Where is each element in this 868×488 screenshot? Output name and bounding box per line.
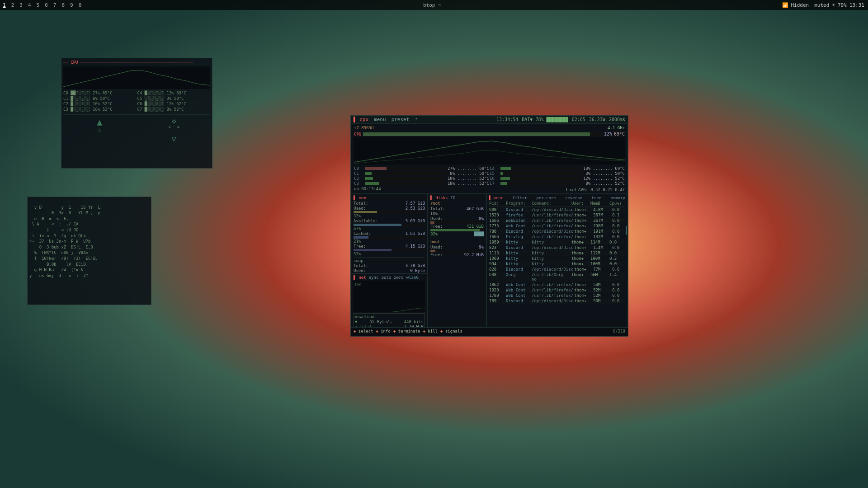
proc-col-cmd: Command: [532,201,571,206]
proc-col-cpu: Cpu%↑ [609,201,625,206]
footer-info[interactable]: ◈ info [376,329,391,333]
download-speed: 55 Byte/s [370,319,392,324]
core-row-c3: C3 18% ........ 52°C [354,181,489,186]
proc-filter-btn[interactable]: filter [512,196,527,200]
taskbar: 1 2 3 4 5 6 7 8 9 0 btop ~ 📶 Hidden mute… [0,0,868,10]
workspace-7[interactable]: 7 [52,2,57,8]
workspace-3[interactable]: 3 [19,2,24,8]
load-avg: Load AVG: 0.52 0.75 0.47 [566,188,625,192]
ghost-window-text: v D y 1 1S!fr L - 0 3> 0 YL M ; p e B = … [27,197,151,305]
core-row-c7: C7 8% ........ 52°C [490,181,625,186]
btop-load: 36.23W [589,117,605,122]
footer-select[interactable]: ◈ select [354,329,373,333]
workspace-4[interactable]: 4 [27,2,32,8]
core-row-c4: C4 13% ........ 69°C [490,166,625,171]
footer-terminate[interactable]: ◈ terminate [393,329,420,333]
workspace-2[interactable]: 2 [10,2,15,8]
wifi-icon: 📶 [782,2,788,8]
btop-time: 13:34:54 [496,117,518,122]
cpu-overall-temp: 69°C [614,131,625,136]
clock: 13:31 [849,2,864,8]
footer-signals[interactable]: ◈ signals [440,329,462,333]
proc-count: 0/218 [613,329,625,333]
btop-tab-menu[interactable]: menu [374,117,386,122]
core-row-c6: C6 12% ........ 52°C [490,176,625,181]
core-row-c1: C1 8% ........ 50°C [354,171,489,176]
mem-title: mem [359,196,366,200]
core-row-c5: C5 3% ........ 50°C [490,171,625,176]
mem-panel: ▌mem Total:7.57 GiB Used:2.53 GiB 33% Av… [351,194,428,273]
net-stats: download ▼ 55 Byte/s 440 bits ▲ Total: 2… [354,313,425,328]
taskbar-status: 📶 Hidden muted ☀ 79% 13:31 [782,2,868,8]
btop-titlebar: ▌ cpu menu preset * 13:34:54 BAT▼ 78% ██… [351,116,628,124]
workspace-list: 1 2 3 4 5 6 7 8 9 0 [0,2,82,8]
tab-indicator: ▌ [354,117,357,122]
net-graph: 10K 10K [354,281,425,312]
proc-table-body: 900Discord/opt/discord/Discthom+418M0.0 … [489,207,625,304]
workspace-1[interactable]: 1 [2,2,7,8]
wifi-status: Hidden [791,2,809,8]
proc-percore-btn[interactable]: per-core [536,196,556,200]
footer-kill[interactable]: ◈ kill [423,329,438,333]
brightness-icon: ☀ [832,2,835,8]
cpu-overall-pct: 12% [604,131,612,136]
net-zero[interactable]: zero [394,275,404,280]
net-interface: wlan0 [406,275,419,280]
btop-window[interactable]: ▌ cpu menu preset * 13:34:54 BAT▼ 78% ██… [350,115,628,337]
btop-uptime: 02:05 [572,117,585,122]
btop-tab-preset[interactable]: preset [392,117,410,122]
proc-tree-btn[interactable]: tree [591,196,601,200]
workspace-9[interactable]: 9 [69,2,74,8]
taskbar-title: btop ~ [82,2,782,8]
net-sync[interactable]: sync [369,275,379,280]
svg-rect-1 [354,281,425,312]
proc-reverse-btn[interactable]: reverse [565,196,582,200]
workspace-8[interactable]: 8 [61,2,66,8]
net-auto[interactable]: auto [381,275,391,280]
ghost-text-content: v D y 1 1S!fr L - 0 3> 0 YL M ; p e B = … [29,205,100,278]
ghost-window-btop-mini: ── CPU ─────────────────────────────────… [61,58,212,169]
cpu-graph [354,137,625,164]
brightness-pct: 79% [838,2,847,8]
proc-col-pid: Pid: [489,201,505,206]
cpu-panel: i7-8565U 4.1 GHz CPU 12% 69°C [351,124,628,194]
uptime: up 00:13:44 [354,187,381,192]
disk-panel: ▌ disks IO root Total:467 GiB IO% Used:8… [428,194,486,328]
core-row-0: C0 27% ........ 69°C [354,166,489,171]
cpu-name: i7-8565U [354,126,373,130]
proc-col-prog: Program: [506,201,531,206]
proc-title: proc [493,196,503,200]
cpu-label: CPU [354,132,361,136]
workspace-5[interactable]: 5 [36,2,41,8]
workspace-6[interactable]: 6 [44,2,49,8]
net-panel: ▌ net sync auto zero wlan0 10K 1 [351,273,428,328]
net-title: net [359,275,366,280]
cpu-cores: C0 27% ........ 69°C C4 13% ........ 69°… [354,166,625,186]
btop-refresh: 2000ms [609,117,625,122]
cpu-freq: 4.1 GHz [608,126,625,130]
disk-title: disks [435,196,448,200]
volume-status: muted [814,2,829,8]
btop-tab-cpu[interactable]: ▌ cpu [354,117,368,122]
proc-col-mem: MemB [590,201,609,206]
svg-text:10K: 10K [354,283,361,287]
proc-col-user: User: [571,201,590,206]
core-row-c2: C2 10% ........ 52°C [354,176,489,181]
btop-tab-star[interactable]: * [415,117,418,122]
btop-battery: BAT▼ 78% ████████ [522,117,568,122]
proc-memory-btn[interactable]: memory [610,196,625,200]
btop-header-stats: 13:34:54 BAT▼ 78% ████████ 02:05 36.23W … [496,117,625,122]
download-total: 2.70 MiB [404,324,424,328]
proc-panel: ▌ proc filter per-core reverse tree memo… [486,194,628,328]
workspace-0[interactable]: 0 [78,2,83,8]
